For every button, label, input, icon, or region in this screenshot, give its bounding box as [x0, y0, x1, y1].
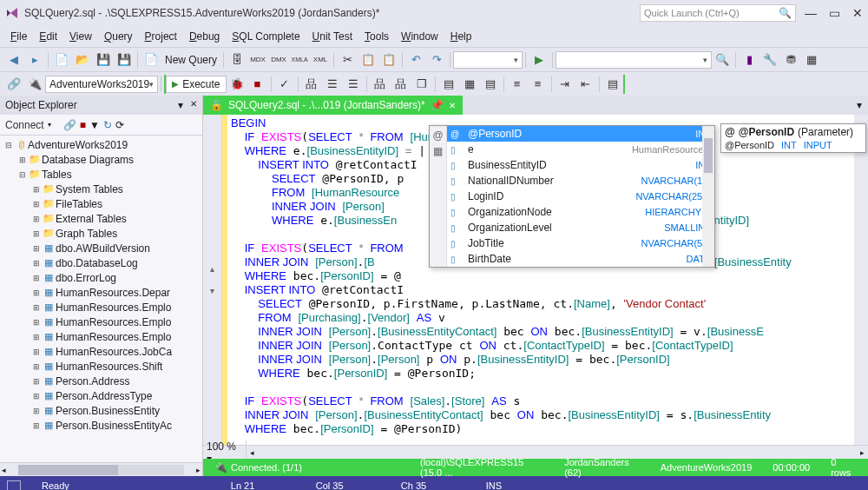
tree-node[interactable]: ⊞📁System Tables	[0, 182, 202, 196]
tools-icon-2[interactable]: 🔧	[760, 50, 779, 70]
tools-icon-4[interactable]: ▦	[802, 50, 821, 70]
intellisense-icon[interactable]: ☰	[344, 75, 363, 94]
completion-item[interactable]: ▯BirthDateDATE	[447, 251, 714, 267]
tree-node[interactable]: ⊞📁Graph Tables	[0, 226, 202, 241]
completion-item-selected[interactable]: @@PersonIDINT	[447, 126, 714, 142]
results-text-icon[interactable]: ▤	[439, 75, 458, 94]
tree-node[interactable]: ⊟🛢AdventureWorks2019	[0, 137, 202, 152]
change-connection-icon[interactable]: 🔌	[25, 75, 44, 94]
refresh-icon[interactable]: ↻	[103, 119, 112, 131]
menu-file[interactable]: File	[5, 29, 32, 44]
tree-node[interactable]: ⊞▦HumanResources.Emplo	[0, 300, 202, 315]
include-plan-icon[interactable]: 品	[371, 75, 390, 94]
xmla-query-icon[interactable]: XMLA	[290, 50, 309, 70]
forward-button[interactable]: ▸	[25, 50, 44, 70]
menu-debug[interactable]: Debug	[184, 29, 225, 44]
undo-icon[interactable]: ↶	[406, 50, 425, 70]
object-explorer-tree[interactable]: ⊟🛢AdventureWorks2019⊞📁Database Diagrams⊟…	[0, 136, 202, 462]
tools-icon-1[interactable]: ▮	[740, 50, 759, 70]
completion-item[interactable]: ▯NationalIDNumberNVARCHAR(15)	[447, 173, 714, 189]
tree-node[interactable]: ⊞▦Person.AddressType	[0, 388, 202, 403]
save-all-icon[interactable]: 💾	[115, 50, 134, 70]
tree-node[interactable]: ⊞▦HumanResources.Emplo	[0, 315, 202, 329]
query-options-icon[interactable]: ☰	[323, 75, 342, 94]
tree-node[interactable]: ⊞▦dbo.AWBuildVersion	[0, 241, 202, 255]
menu-query[interactable]: Query	[99, 29, 138, 44]
completion-item[interactable]: ▯OrganizationLevelSMALLINT	[447, 220, 714, 235]
indent-icon[interactable]: ⇥	[556, 75, 575, 94]
menu-help[interactable]: Help	[445, 29, 477, 44]
pin-icon[interactable]: ▾	[178, 99, 183, 111]
tree-node[interactable]: ⊞📁FileTables	[0, 196, 202, 211]
menu-unit-test[interactable]: Unit Test	[307, 29, 358, 44]
sync-icon[interactable]: ⟳	[115, 119, 124, 131]
tree-node[interactable]: ⊞📁Database Diagrams	[0, 152, 202, 167]
tree-node[interactable]: ⊞▦HumanResources.JobCa	[0, 344, 202, 359]
tree-node[interactable]: ⊞▦Person.Address	[0, 374, 202, 388]
paste-icon[interactable]: 📋	[379, 50, 398, 70]
quick-launch-input[interactable]: Quick Launch (Ctrl+Q) 🔍	[640, 4, 796, 22]
client-stats-icon[interactable]: ❐	[412, 75, 431, 94]
tree-node[interactable]: ⊞▦HumanResources.Emplo	[0, 329, 202, 344]
open-icon[interactable]: 📂	[73, 50, 92, 70]
results-grid-icon[interactable]: ▦	[460, 75, 479, 94]
completion-scrollbar[interactable]	[702, 126, 714, 267]
menu-edit[interactable]: Edit	[34, 29, 62, 44]
live-stats-icon[interactable]: 品	[391, 75, 411, 94]
connect-dropdown-icon[interactable]: ▾	[48, 121, 51, 129]
completion-filter-table-icon[interactable]: ▦	[433, 145, 443, 157]
completion-item[interactable]: ▯JobTitleNVARCHAR(50)	[447, 235, 714, 251]
db-engine-query-icon[interactable]: 🗄	[227, 50, 247, 70]
database-combo[interactable]: AdventureWorks2019▾	[45, 76, 158, 93]
tree-node[interactable]: ⊞▦Person.BusinessEntityAc	[0, 418, 202, 433]
menu-window[interactable]: Window	[396, 29, 444, 44]
close-panel-icon[interactable]: ✕	[190, 99, 197, 111]
minimize-icon[interactable]: —	[805, 6, 817, 20]
tab-pin-icon[interactable]: 📌	[431, 99, 444, 111]
specify-values-icon[interactable]: ▤	[603, 75, 622, 94]
cancel-query-icon[interactable]: ■	[248, 75, 267, 94]
completion-popup[interactable]: @ ▦ @@PersonIDINT▯eHumanResources.▯Busin…	[429, 125, 715, 268]
filter-icon[interactable]: ▼	[89, 119, 100, 131]
start-debug-icon[interactable]: ▶	[529, 50, 549, 70]
new-project-icon[interactable]: 📄	[52, 50, 71, 70]
new-query-label[interactable]: New Query	[161, 54, 220, 66]
copy-icon[interactable]: 📋	[358, 50, 378, 70]
menu-tools[interactable]: Tools	[359, 29, 394, 44]
solution-combo[interactable]: ▾	[453, 51, 523, 69]
editor-tab-active[interactable]: 🔒 SQLQuery2.sql - .\...019 (JordanSander…	[203, 96, 463, 115]
completion-item[interactable]: ▯LoginIDNVARCHAR(256)	[447, 189, 714, 204]
close-icon[interactable]: ✕	[852, 6, 863, 20]
xml-query-icon[interactable]: XML	[311, 50, 330, 70]
editor-nav[interactable]: ▴▾	[203, 115, 222, 445]
menu-sql-complete[interactable]: SQL Complete	[227, 29, 305, 44]
dmx-query-icon[interactable]: DMX	[269, 50, 288, 70]
menu-view[interactable]: View	[64, 29, 97, 44]
completion-filter-all-icon[interactable]: @	[432, 129, 443, 142]
display-plan-icon[interactable]: 品	[302, 75, 321, 94]
debug-target-combo[interactable]: ▾	[556, 51, 712, 69]
save-icon[interactable]: 💾	[94, 50, 113, 70]
redo-icon[interactable]: ↷	[427, 50, 446, 70]
tab-overflow-icon[interactable]: ▾	[851, 96, 868, 115]
tree-node[interactable]: ⊟📁Tables	[0, 167, 202, 182]
tools-icon-3[interactable]: ⛃	[781, 50, 800, 70]
mdx-query-icon[interactable]: MDX	[248, 50, 267, 70]
execute-button[interactable]: ▶Execute	[166, 76, 226, 93]
stop-icon[interactable]: ■	[80, 119, 86, 131]
outdent-icon[interactable]: ⇤	[576, 75, 595, 94]
tree-node[interactable]: ⊞▦Person.BusinessEntity	[0, 403, 202, 418]
results-file-icon[interactable]: ▤	[481, 75, 500, 94]
tree-node[interactable]: ⊞▦HumanResources.Depar	[0, 285, 202, 300]
tree-node[interactable]: ⊞▦HumanResources.Shift	[0, 359, 202, 374]
tree-node[interactable]: ⊞▦dbo.DatabaseLog	[0, 255, 202, 270]
parse-icon[interactable]: ✓	[275, 75, 294, 94]
tree-node[interactable]: ⊞▦dbo.ErrorLog	[0, 270, 202, 285]
connect-icon[interactable]: 🔗	[4, 75, 23, 94]
cut-icon[interactable]: ✂	[338, 50, 357, 70]
completion-item[interactable]: ▯OrganizationNodeHIERARCHYID	[447, 204, 714, 220]
menu-project[interactable]: Project	[140, 29, 182, 44]
new-query-icon[interactable]: 📄	[141, 50, 161, 70]
uncomment-icon[interactable]: ≡	[529, 75, 548, 94]
tree-node[interactable]: ⊞📁External Tables	[0, 211, 202, 226]
